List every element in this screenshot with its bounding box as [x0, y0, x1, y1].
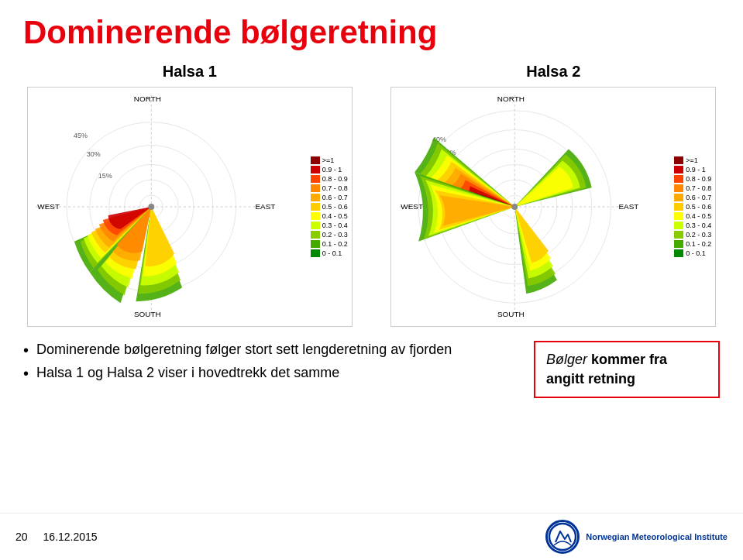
legend-label: 0.4 - 0.5 — [322, 212, 348, 220]
legend-color — [674, 249, 683, 257]
legend-label: 0.6 - 0.7 — [686, 194, 711, 201]
legend-item: 0.7 - 0.8 — [674, 184, 711, 192]
legend-label: 0 - 0.1 — [322, 249, 342, 257]
legend-item: 0.2 - 0.3 — [674, 231, 711, 239]
legend-item: 0.4 - 0.5 — [311, 212, 348, 220]
legend-color — [674, 156, 683, 164]
legend-item: 0.5 - 0.6 — [311, 203, 348, 211]
legend-item: 0.5 - 0.6 — [674, 203, 711, 211]
legend-label: 0.1 - 0.2 — [322, 240, 348, 248]
legend-label: 0.7 - 0.8 — [686, 184, 711, 192]
bullets-left: • Dominerende bølgeretning følger stort … — [23, 341, 511, 387]
legend-label: 0.1 - 0.2 — [686, 240, 711, 248]
svg-point-31 — [512, 204, 518, 210]
legend-label: 0.7 - 0.8 — [322, 184, 348, 192]
svg-text:SOUTH: SOUTH — [134, 310, 161, 318]
bullet-text-1: Dominerende bølgeretning følger stort se… — [36, 341, 452, 359]
nmi-svg-icon — [548, 522, 577, 551]
legend-color — [674, 175, 683, 183]
legend-item: 0.3 - 0.4 — [674, 222, 711, 229]
legend-color — [674, 194, 683, 201]
legend-label: 0.5 - 0.6 — [686, 203, 711, 211]
legend-label: 0.5 - 0.6 — [322, 203, 348, 211]
legend-label: 0.4 - 0.5 — [686, 212, 711, 220]
chart1-area: NORTH SOUTH WEST EAST 15% 30% 45% — [27, 87, 353, 327]
footer-date: 16.12.2015 — [43, 531, 98, 543]
legend-color — [311, 212, 320, 220]
highlight-box: Bølger kommer fra angitt retning — [534, 341, 720, 398]
legend-item: >=1 — [311, 156, 348, 164]
chart1-title: Halsa 1 — [163, 63, 217, 81]
legend-item: 0.8 - 0.9 — [674, 175, 711, 183]
legend-item: 0.8 - 0.9 — [311, 175, 348, 183]
legend-color — [311, 240, 320, 248]
chart2-svg: NORTH SOUTH WEST EAST 10% 20% 30% 40% — [391, 88, 715, 326]
chart1-svg: NORTH SOUTH WEST EAST 15% 30% 45% — [28, 88, 352, 326]
svg-point-14 — [148, 204, 154, 210]
legend-label: >=1 — [686, 156, 698, 164]
svg-text:EAST: EAST — [255, 202, 275, 211]
legend-color — [311, 222, 320, 229]
legend-item: 0.6 - 0.7 — [674, 194, 711, 201]
bullet-item-1: • Dominerende bølgeretning følger stort … — [23, 341, 511, 359]
chart2-legend: >=1 0.9 - 1 0.8 - 0.9 0.7 - 0.8 0.6 - 0.… — [674, 156, 711, 257]
svg-text:45%: 45% — [74, 132, 88, 139]
legend-label: 0.3 - 0.4 — [686, 222, 711, 229]
bullet-item-2: • Halsa 1 og Halsa 2 viser i hovedtrekk … — [23, 364, 511, 383]
svg-text:30%: 30% — [87, 150, 101, 158]
bullets-section: • Dominerende bølgeretning følger stort … — [23, 341, 720, 398]
legend-color — [311, 231, 320, 239]
legend-item: 0.4 - 0.5 — [674, 212, 711, 220]
highlight-italic: Bølger — [546, 352, 587, 367]
nmi-circle-icon — [545, 520, 580, 554]
legend-item: 0.6 - 0.7 — [311, 194, 348, 201]
legend-label: >=1 — [322, 156, 335, 164]
legend-label: 0.2 - 0.3 — [322, 231, 348, 239]
legend-label: 0.8 - 0.9 — [322, 175, 348, 183]
svg-text:NORTH: NORTH — [497, 94, 525, 103]
chart2-title: Halsa 2 — [526, 63, 580, 81]
legend-label: 0.2 - 0.3 — [686, 231, 711, 239]
legend-item: 0 - 0.1 — [674, 249, 711, 257]
legend-item: 0.7 - 0.8 — [311, 184, 348, 192]
chart1-container: Halsa 1 NORTH SOUTH WEST EAST 15% 30% 45… — [23, 63, 356, 327]
svg-point-32 — [549, 524, 576, 550]
legend-item: 0.3 - 0.4 — [311, 222, 348, 229]
legend-item: 0.9 - 1 — [674, 166, 711, 173]
svg-text:EAST: EAST — [619, 202, 639, 211]
legend-color — [311, 184, 320, 192]
bullet-text-2: Halsa 1 og Halsa 2 viser i hovedtrekk de… — [36, 364, 339, 382]
legend-color — [311, 166, 320, 173]
legend-label: 0.9 - 1 — [322, 166, 342, 173]
legend-color — [674, 231, 683, 239]
legend-item: 0.9 - 1 — [311, 166, 348, 173]
footer-left: 20 16.12.2015 — [15, 531, 98, 543]
legend-color — [674, 240, 683, 248]
legend-label: 0 - 0.1 — [686, 249, 706, 257]
legend-color — [674, 166, 683, 173]
svg-text:WEST: WEST — [37, 202, 60, 211]
legend-item: 0.1 - 0.2 — [674, 240, 711, 248]
legend-label: 0.9 - 1 — [686, 166, 706, 173]
legend-color — [674, 203, 683, 211]
legend-color — [311, 203, 320, 211]
legend-item: 0 - 0.1 — [311, 249, 348, 257]
legend-color — [674, 222, 683, 229]
bullet-dot: • — [23, 364, 29, 383]
chart1-legend: >=1 0.9 - 1 0.8 - 0.9 0.7 - 0.8 0.6 - 0.… — [311, 156, 348, 257]
legend-color — [674, 212, 683, 220]
chart2-container: Halsa 2 NORTH SOUTH WEST EAST 10% 20% 30… — [387, 63, 720, 327]
legend-color — [311, 175, 320, 183]
nmi-logo: Norwegian Meteorological Institute — [545, 520, 728, 554]
svg-text:15%: 15% — [98, 172, 112, 180]
page-number: 20 — [15, 531, 28, 543]
svg-text:SOUTH: SOUTH — [497, 310, 525, 318]
legend-color — [311, 194, 320, 201]
chart2-area: NORTH SOUTH WEST EAST 10% 20% 30% 40% — [390, 87, 716, 327]
legend-color — [674, 184, 683, 192]
legend-item: 0.1 - 0.2 — [311, 240, 348, 248]
svg-text:NORTH: NORTH — [134, 94, 161, 103]
legend-item: >=1 — [674, 156, 711, 164]
bullet-dot: • — [23, 341, 29, 359]
legend-color — [311, 249, 320, 257]
